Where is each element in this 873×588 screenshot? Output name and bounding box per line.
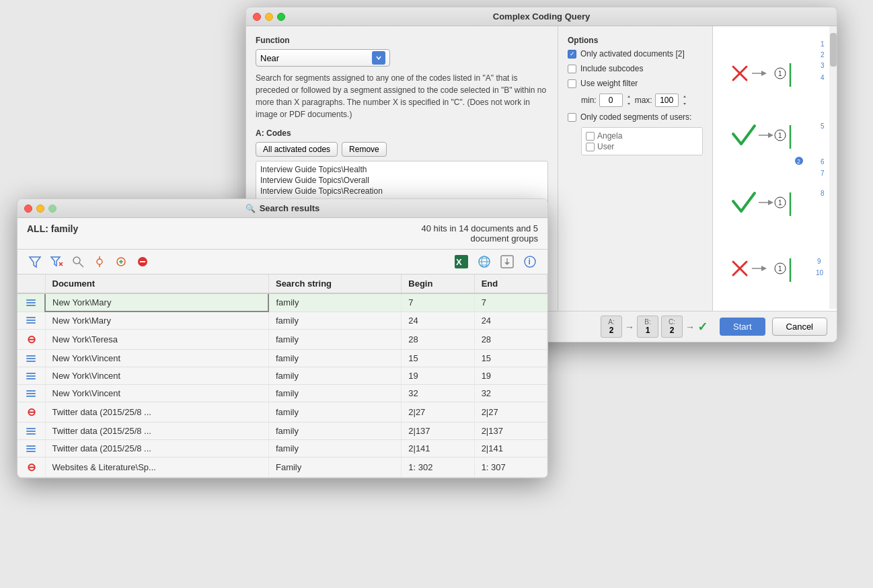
table-row[interactable]: Twitter data (2015/25/8 ...family2|1372|…	[17, 422, 547, 440]
row-icon-cell	[17, 293, 45, 311]
row-icon-cell: ⊖	[17, 457, 45, 478]
window-controls	[253, 13, 285, 21]
row-icon-cell	[17, 350, 45, 367]
user-user-item: User	[584, 141, 699, 152]
add-icon[interactable]	[113, 254, 129, 270]
col-icon	[17, 274, 45, 293]
vis-diagram-svg: 1 2 3 1	[713, 26, 837, 309]
max-label: max:	[635, 96, 652, 105]
row-document: New York\Mary	[45, 293, 268, 311]
search-maximize-button	[48, 205, 56, 213]
list-item: Interview Guide Topics\Overall	[259, 175, 545, 186]
ab-arrow: →	[625, 322, 634, 332]
col-begin: Begin	[402, 274, 474, 293]
search-minimize-button[interactable]	[36, 205, 44, 213]
row-begin: 2|141	[402, 440, 474, 457]
dropdown-arrow-icon	[372, 51, 385, 65]
table-row[interactable]: ⊖New York\Teresafamily2828	[17, 330, 547, 350]
include-subcodes-row: Include subcodes	[568, 64, 703, 73]
row-document: New York\Vincent	[45, 367, 268, 385]
min-weight-input[interactable]	[599, 94, 623, 107]
search-tool-icon[interactable]	[70, 254, 86, 270]
row-search-string: family	[268, 330, 401, 350]
toolbar-right: X i	[453, 254, 538, 270]
c-value: 2	[667, 326, 677, 335]
excel-export-icon[interactable]: X	[453, 254, 469, 270]
row-end: 24	[474, 311, 547, 330]
angela-checkbox[interactable]	[586, 132, 595, 141]
remove-icon[interactable]	[135, 254, 151, 270]
row-begin: 7	[402, 293, 474, 311]
lines-icon	[24, 299, 38, 306]
function-description: Search for segments assigned to any one …	[256, 72, 548, 120]
svg-text:1: 1	[778, 265, 782, 272]
table-row[interactable]: ⊖Websites & Literature\Sp...Family1: 302…	[17, 457, 547, 478]
start-button[interactable]: Start	[720, 318, 765, 336]
no-icon: ⊖	[27, 462, 36, 473]
weight-filter-checkbox[interactable]	[568, 79, 576, 88]
a-label: A:	[607, 318, 616, 326]
row-end: 7	[474, 293, 547, 311]
lines-icon	[24, 445, 38, 452]
only-coded-segments-checkbox[interactable]	[568, 113, 576, 122]
search-window: 🔍 Search results ALL: family 40 hits in …	[17, 198, 548, 478]
filter-clear-icon[interactable]	[48, 254, 65, 270]
search-close-button[interactable]	[24, 205, 32, 213]
include-subcodes-checkbox[interactable]	[568, 65, 576, 73]
svg-text:1: 1	[778, 132, 782, 139]
all-activated-codes-button[interactable]: All activated codes	[256, 142, 338, 157]
svg-marker-39	[30, 257, 40, 267]
function-section: Function Near Search for segments assign…	[256, 36, 548, 120]
table-row[interactable]: New York\Maryfamily77	[17, 293, 547, 311]
search-window-title: 🔍 Search results	[245, 203, 320, 213]
table-row[interactable]: New York\Vincentfamily1515	[17, 350, 547, 367]
search-title-icon: 🔍	[245, 204, 256, 213]
col-search-string: Search string	[268, 274, 401, 293]
min-label: min:	[581, 96, 597, 105]
row-begin: 2|137	[402, 422, 474, 440]
svg-text:7: 7	[821, 170, 825, 177]
search-titlebar: 🔍 Search results	[17, 199, 547, 218]
function-selected-value: Near	[260, 53, 279, 63]
row-begin: 19	[402, 367, 474, 385]
row-document: New York\Vincent	[45, 385, 268, 402]
only-activated-docs-checkbox[interactable]	[568, 50, 576, 59]
row-document: Twitter data (2015/25/8 ...	[45, 402, 268, 422]
table-row[interactable]: ⊖Twitter data (2015/25/8 ...family2|272|…	[17, 402, 547, 422]
globe-icon[interactable]	[476, 254, 492, 270]
close-button[interactable]	[253, 13, 261, 21]
c-label: C:	[667, 318, 677, 326]
svg-marker-40	[51, 257, 60, 266]
max-weight-input[interactable]	[655, 94, 679, 107]
results-table-container[interactable]: Document Search string Begin End New Yor…	[17, 274, 547, 478]
svg-text:1: 1	[778, 70, 782, 77]
info-icon[interactable]: i	[522, 254, 538, 270]
table-row[interactable]: Twitter data (2015/25/8 ...family2|1412|…	[17, 440, 547, 457]
row-end: 19	[474, 367, 547, 385]
remove-button[interactable]: Remove	[342, 142, 387, 157]
function-dropdown[interactable]: Near	[256, 49, 390, 67]
cancel-button[interactable]: Cancel	[772, 318, 827, 336]
table-row[interactable]: New York\Maryfamily2424	[17, 311, 547, 330]
function-select-row: Near	[256, 49, 548, 67]
query-window-title: Complex Coding Query	[493, 11, 590, 22]
table-row[interactable]: New York\Vincentfamily3232	[17, 385, 547, 402]
row-begin: 28	[402, 330, 474, 350]
row-begin: 24	[402, 311, 474, 330]
row-begin: 15	[402, 350, 474, 367]
filter-icon[interactable]	[27, 254, 43, 270]
maximize-button[interactable]	[277, 13, 285, 21]
adjust-icon[interactable]	[91, 254, 108, 270]
minimize-button[interactable]	[265, 13, 273, 21]
search-title-text: Search results	[260, 203, 320, 213]
col-end: End	[474, 274, 547, 293]
svg-point-45	[97, 259, 102, 264]
export-icon[interactable]	[499, 254, 515, 270]
table-row[interactable]: New York\Vincentfamily1919	[17, 367, 547, 385]
svg-text:8: 8	[821, 190, 825, 197]
row-end: 2|137	[474, 422, 547, 440]
vis-diagram-panel: 1 2 3 1	[712, 26, 837, 311]
user-checkbox[interactable]	[586, 143, 595, 151]
weight-filter-label: Use weight filter	[580, 79, 638, 88]
row-begin: 1: 302	[402, 457, 474, 478]
